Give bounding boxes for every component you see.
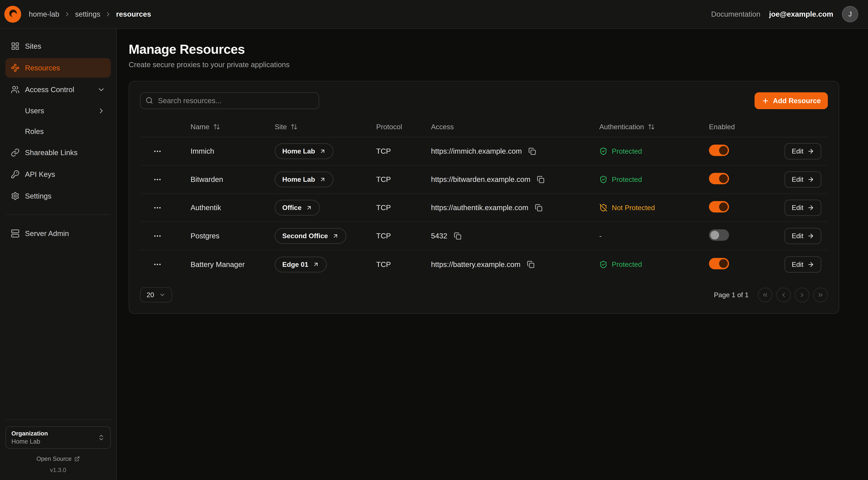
- add-resource-button[interactable]: Add Resource: [754, 92, 828, 109]
- copy-button[interactable]: [527, 146, 537, 156]
- copy-button[interactable]: [526, 260, 536, 269]
- breadcrumb-settings[interactable]: settings: [75, 10, 100, 19]
- sidebar-item-label: Sites: [25, 42, 41, 51]
- row-menu-button[interactable]: [151, 201, 164, 214]
- gear-icon: [11, 192, 20, 200]
- edit-button[interactable]: Edit: [784, 200, 821, 216]
- enabled-toggle[interactable]: [709, 201, 729, 212]
- user-email: joe@example.com: [769, 10, 833, 19]
- app-logo[interactable]: [4, 6, 21, 23]
- copy-button[interactable]: [536, 175, 546, 184]
- enabled-cell: [709, 173, 779, 186]
- site-link-button[interactable]: Edge 01: [275, 257, 327, 272]
- resource-access: https://bitwarden.example.com: [431, 175, 530, 184]
- org-picker[interactable]: Organization Home Lab: [5, 426, 111, 449]
- access-cell: 5432: [431, 231, 599, 241]
- row-menu-button[interactable]: [151, 230, 164, 243]
- resource-name: Bitwarden: [190, 175, 275, 184]
- resource-protocol: TCP: [376, 204, 431, 212]
- enabled-toggle[interactable]: [709, 173, 729, 184]
- auth-status-label: Protected: [612, 147, 642, 155]
- app-root: home-lab settings resources Documentatio…: [0, 0, 868, 480]
- resources-icon: [11, 63, 20, 72]
- edit-button-label: Edit: [792, 176, 803, 183]
- sidebar-item-api-keys[interactable]: API Keys: [5, 164, 111, 184]
- column-label: Site: [275, 123, 287, 131]
- edit-button[interactable]: Edit: [784, 171, 821, 188]
- chevron-right-icon: [104, 11, 112, 18]
- page-size-select[interactable]: 20: [140, 287, 172, 302]
- user-avatar[interactable]: J: [842, 6, 858, 22]
- edit-button[interactable]: Edit: [784, 143, 821, 159]
- sidebar-item-sites[interactable]: Sites: [5, 36, 111, 56]
- documentation-link[interactable]: Documentation: [711, 10, 760, 19]
- arrow-right-icon: [807, 261, 814, 268]
- row-menu-button[interactable]: [151, 145, 164, 158]
- edit-button-label: Edit: [792, 147, 803, 155]
- enabled-toggle[interactable]: [709, 258, 729, 269]
- sort-icon[interactable]: [213, 123, 220, 130]
- previous-page-button[interactable]: [776, 288, 791, 302]
- chevrons-right-icon: [817, 291, 824, 298]
- toggle-knob: [710, 231, 719, 239]
- enabled-toggle[interactable]: [709, 145, 729, 156]
- sidebar-item-access-control[interactable]: Access Control: [5, 80, 111, 99]
- shield-check-icon: [599, 147, 608, 155]
- open-source-link[interactable]: Open Source: [5, 455, 111, 462]
- table-row: Postgres Second Office TCP 5432 -: [140, 222, 828, 250]
- sidebar-item-users[interactable]: Users: [5, 101, 111, 120]
- row-menu-button[interactable]: [151, 173, 164, 186]
- resource-name: Battery Manager: [190, 260, 275, 269]
- enabled-toggle[interactable]: [709, 229, 729, 241]
- card-footer: 20 Page 1 of 1: [140, 287, 828, 302]
- first-page-button[interactable]: [758, 288, 772, 302]
- shield-off-icon: [599, 204, 608, 212]
- chevron-left-icon: [780, 291, 787, 298]
- next-page-button[interactable]: [795, 288, 809, 302]
- site-link-button[interactable]: Second Office: [275, 228, 346, 244]
- site-link-button[interactable]: Office: [275, 200, 320, 216]
- table-header: Name Site Protocol Access: [140, 117, 828, 138]
- add-resource-label: Add Resource: [773, 97, 821, 105]
- edit-button[interactable]: Edit: [784, 256, 821, 273]
- site-link-button[interactable]: Home Lab: [275, 143, 334, 159]
- copy-button[interactable]: [453, 231, 463, 241]
- card-toolbar: Add Resource: [140, 92, 828, 109]
- sidebar-item-label: Resources: [25, 64, 60, 72]
- resources-card: Add Resource Name Site: [129, 81, 839, 314]
- sidebar-item-roles[interactable]: Roles: [5, 122, 111, 141]
- sidebar-bottom: Organization Home Lab Open Source v1.3.0: [5, 419, 111, 475]
- access-cell: https://battery.example.com: [431, 260, 599, 269]
- resources-table: Name Site Protocol Access: [140, 117, 828, 278]
- edit-button[interactable]: Edit: [784, 228, 821, 244]
- column-label: Authentication: [599, 123, 644, 131]
- sort-icon[interactable]: [648, 123, 655, 130]
- copy-button[interactable]: [534, 203, 544, 213]
- sidebar-item-resources[interactable]: Resources: [5, 58, 111, 78]
- sidebar-item-server-admin[interactable]: Server Admin: [5, 224, 111, 243]
- row-menu-cell: [153, 145, 190, 158]
- column-name: Name: [190, 123, 275, 131]
- arrow-up-right-icon: [319, 176, 326, 183]
- breadcrumb-org[interactable]: home-lab: [29, 10, 59, 19]
- last-page-button[interactable]: [813, 288, 828, 302]
- copy-icon: [537, 176, 545, 183]
- breadcrumb-current: resources: [116, 10, 151, 19]
- sidebar-item-shareable-links[interactable]: Shareable Links: [5, 143, 111, 162]
- sidebar-item-settings[interactable]: Settings: [5, 186, 111, 206]
- table-row: Authentik Office TCP https://authentik.e…: [140, 194, 828, 222]
- site-cell: Home Lab: [275, 143, 376, 159]
- sidebar-item-label: Access Control: [25, 85, 74, 94]
- site-link-button[interactable]: Home Lab: [275, 172, 334, 187]
- resource-protocol: TCP: [376, 260, 431, 269]
- column-protocol: Protocol: [376, 123, 431, 131]
- sidebar-item-label: Roles: [25, 127, 44, 136]
- users-icon: [11, 85, 20, 94]
- link-icon: [11, 148, 20, 157]
- search-input[interactable]: [140, 92, 319, 109]
- chevron-down-icon: [97, 86, 105, 94]
- sort-icon[interactable]: [290, 123, 298, 130]
- row-menu-button[interactable]: [151, 258, 164, 271]
- auth-cell: Protected: [599, 261, 709, 269]
- resource-protocol: TCP: [376, 147, 431, 155]
